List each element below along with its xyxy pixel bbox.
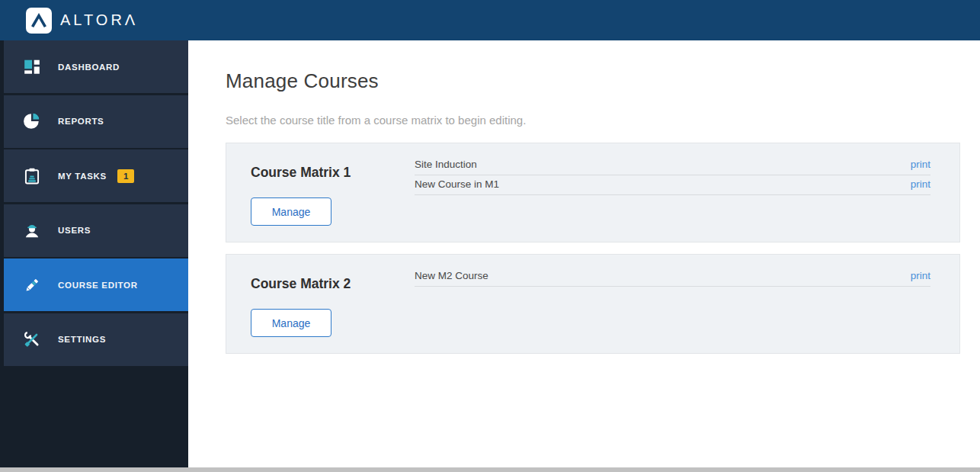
sidebar-item-course-editor[interactable]: COURSE EDITOR xyxy=(4,258,188,311)
course-editor-icon xyxy=(23,276,41,294)
manage-button[interactable]: Manage xyxy=(251,309,331,337)
course-rows: New M2 Course print xyxy=(415,255,959,353)
users-icon xyxy=(23,221,41,239)
sidebar-item-users[interactable]: USERS xyxy=(4,204,188,257)
sidebar-item-dashboard[interactable]: DASHBOARD xyxy=(4,40,188,93)
sidebar-item-label: DASHBOARD xyxy=(58,63,120,72)
task-count-badge: 1 xyxy=(117,169,134,183)
course-title-link[interactable]: New M2 Course xyxy=(415,270,488,281)
sidebar-item-label: SETTINGS xyxy=(58,335,106,344)
sidebar-item-label: MY TASKS xyxy=(58,172,107,181)
course-matrix-panel: Course Matrix 2 Manage New M2 Course pri… xyxy=(226,254,960,354)
course-title-link[interactable]: Site Induction xyxy=(415,159,477,170)
sidebar-item-label: USERS xyxy=(58,226,91,235)
page-title: Manage Courses xyxy=(226,69,960,93)
brand[interactable]: ALTORΛ xyxy=(26,8,138,34)
reports-icon xyxy=(23,112,41,130)
print-link[interactable]: print xyxy=(911,178,930,190)
course-row: New Course in M1 print xyxy=(415,175,930,195)
sidebar: DASHBOARD REPORTS MY TASKS 1 USERS xyxy=(0,40,188,467)
dashboard-icon xyxy=(23,58,41,76)
altora-logo-icon xyxy=(26,8,52,34)
print-link[interactable]: print xyxy=(911,270,930,281)
sidebar-item-reports[interactable]: REPORTS xyxy=(4,95,188,148)
course-matrix-title: Course Matrix 2 xyxy=(251,276,415,292)
course-rows: Site Induction print New Course in M1 pr… xyxy=(415,143,959,242)
settings-icon xyxy=(23,330,41,348)
main-content: Manage Courses Select the course title f… xyxy=(188,40,980,467)
sidebar-item-my-tasks[interactable]: MY TASKS 1 xyxy=(4,149,188,202)
course-row: New M2 Course print xyxy=(415,267,930,287)
course-row: Site Induction print xyxy=(415,156,930,175)
course-title-link[interactable]: New Course in M1 xyxy=(415,178,499,190)
my-tasks-icon xyxy=(23,167,41,185)
sidebar-item-settings[interactable]: SETTINGS xyxy=(4,313,188,366)
sidebar-item-label: COURSE EDITOR xyxy=(58,281,138,290)
brand-name: ALTORΛ xyxy=(60,11,138,29)
course-matrix-list: Course Matrix 1 Manage Site Induction pr… xyxy=(226,143,960,354)
course-matrix-title: Course Matrix 1 xyxy=(251,165,415,181)
course-matrix-panel: Course Matrix 1 Manage Site Induction pr… xyxy=(226,143,960,242)
print-link[interactable]: print xyxy=(911,159,930,170)
page-subtitle: Select the course title from a course ma… xyxy=(226,114,960,127)
sidebar-item-label: REPORTS xyxy=(58,117,104,126)
horizontal-scrollbar[interactable] xyxy=(0,467,980,472)
manage-button[interactable]: Manage xyxy=(251,197,331,226)
top-bar: ALTORΛ xyxy=(0,0,980,40)
